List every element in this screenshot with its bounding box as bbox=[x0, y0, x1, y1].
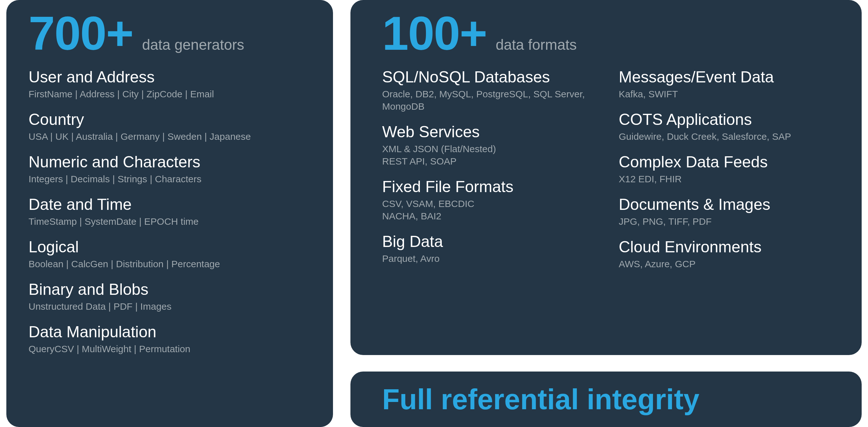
category-logical: Logical Boolean | CalcGen | Distribution… bbox=[29, 238, 311, 270]
category-fixed-file: Fixed File Formats CSV, VSAM, EBCDICNACH… bbox=[382, 178, 600, 222]
category-sub: X12 EDI, FHIR bbox=[619, 173, 836, 185]
hero-label-generators: data generators bbox=[142, 36, 244, 53]
category-complex-feeds: Complex Data Feeds X12 EDI, FHIR bbox=[619, 154, 836, 185]
category-title: Numeric and Characters bbox=[29, 154, 311, 171]
category-title: Data Manipulation bbox=[29, 323, 311, 341]
panel-referential-integrity: Full referential integrity bbox=[350, 371, 862, 427]
category-sub: QueryCSV | MultiWeight | Permutation bbox=[29, 343, 311, 355]
category-sub: TimeStamp | SystemDate | EPOCH time bbox=[29, 215, 311, 228]
category-sub: FirstName | Address | City | ZipCode | E… bbox=[29, 88, 311, 100]
category-sub: Integers | Decimals | Strings | Characte… bbox=[29, 173, 311, 185]
category-title: Documents & Images bbox=[619, 196, 836, 214]
category-documents-images: Documents & Images JPG, PNG, TIFF, PDF bbox=[619, 196, 836, 228]
category-title: Complex Data Feeds bbox=[619, 154, 836, 171]
category-sub: Oracle, DB2, MySQL, PostgreSQL, SQL Serv… bbox=[382, 88, 600, 112]
hero-number-generators: 700+ bbox=[29, 9, 133, 57]
category-country: Country USA | UK | Australia | Germany |… bbox=[29, 111, 311, 143]
panel-data-generators: 700+ data generators User and Address Fi… bbox=[6, 0, 333, 427]
category-sub: CSV, VSAM, EBCDICNACHA, BAI2 bbox=[382, 197, 600, 222]
category-date-time: Date and Time TimeStamp | SystemDate | E… bbox=[29, 196, 311, 228]
category-title: Country bbox=[29, 111, 311, 128]
category-user-address: User and Address FirstName | Address | C… bbox=[29, 68, 311, 100]
category-messages-event: Messages/Event Data Kafka, SWIFT bbox=[619, 68, 836, 100]
panel-data-formats: 100+ data formats SQL/NoSQL Databases Or… bbox=[350, 0, 862, 355]
category-title: Logical bbox=[29, 238, 311, 256]
category-title: Messages/Event Data bbox=[619, 68, 836, 86]
category-title: User and Address bbox=[29, 68, 311, 86]
category-title: COTS Applications bbox=[619, 111, 836, 128]
formats-column-1: SQL/NoSQL Databases Oracle, DB2, MySQL, … bbox=[382, 68, 600, 281]
category-sub: JPG, PNG, TIFF, PDF bbox=[619, 215, 836, 228]
category-sub: Parquet, Avro bbox=[382, 252, 600, 265]
category-title: Big Data bbox=[382, 233, 600, 251]
category-sub: Guidewire, Duck Creek, Salesforce, SAP bbox=[619, 130, 836, 143]
category-sub: Boolean | CalcGen | Distribution | Perce… bbox=[29, 258, 311, 270]
hero-label-formats: data formats bbox=[496, 36, 577, 53]
category-title: Web Services bbox=[382, 123, 600, 141]
category-big-data: Big Data Parquet, Avro bbox=[382, 233, 600, 265]
category-title: SQL/NoSQL Databases bbox=[382, 68, 600, 86]
category-data-manipulation: Data Manipulation QueryCSV | MultiWeight… bbox=[29, 323, 311, 355]
category-title: Fixed File Formats bbox=[382, 178, 600, 196]
category-title: Date and Time bbox=[29, 196, 311, 214]
formats-column-2: Messages/Event Data Kafka, SWIFT COTS Ap… bbox=[619, 68, 836, 281]
category-sub: XML & JSON (Flat/Nested)REST API, SOAP bbox=[382, 143, 600, 167]
category-cloud-environments: Cloud Environments AWS, Azure, GCP bbox=[619, 238, 836, 270]
category-sub: AWS, Azure, GCP bbox=[619, 258, 836, 270]
category-sql-nosql: SQL/NoSQL Databases Oracle, DB2, MySQL, … bbox=[382, 68, 600, 112]
hero-generators: 700+ data generators bbox=[29, 9, 311, 57]
category-sub: USA | UK | Australia | Germany | Sweden … bbox=[29, 130, 311, 143]
hero-number-formats: 100+ bbox=[382, 9, 487, 57]
category-numeric-characters: Numeric and Characters Integers | Decima… bbox=[29, 154, 311, 185]
category-title: Cloud Environments bbox=[619, 238, 836, 256]
category-cots-applications: COTS Applications Guidewire, Duck Creek,… bbox=[619, 111, 836, 143]
formats-columns: SQL/NoSQL Databases Oracle, DB2, MySQL, … bbox=[382, 68, 836, 281]
category-web-services: Web Services XML & JSON (Flat/Nested)RES… bbox=[382, 123, 600, 167]
banner-text: Full referential integrity bbox=[382, 385, 699, 414]
category-sub: Unstructured Data | PDF | Images bbox=[29, 300, 311, 313]
hero-formats: 100+ data formats bbox=[382, 9, 836, 57]
category-title: Binary and Blobs bbox=[29, 281, 311, 298]
category-sub: Kafka, SWIFT bbox=[619, 88, 836, 100]
category-binary-blobs: Binary and Blobs Unstructured Data | PDF… bbox=[29, 281, 311, 313]
